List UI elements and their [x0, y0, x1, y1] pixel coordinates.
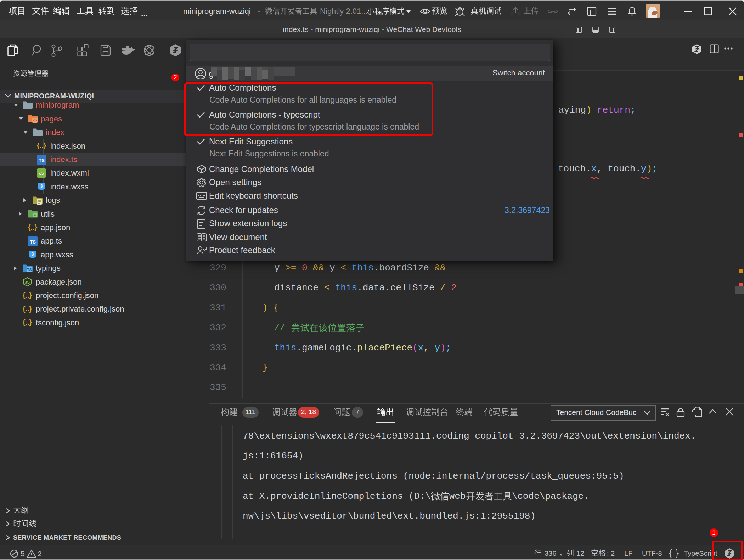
svg-text:TS: TS — [39, 158, 45, 163]
svg-text:TS: TS — [27, 268, 32, 272]
svg-text:{..}: {..} — [23, 305, 32, 313]
svg-text:JS: JS — [25, 280, 29, 284]
svg-text:3: 3 — [32, 252, 34, 257]
svg-text:<>: <> — [39, 171, 44, 176]
svg-text:<>: <> — [33, 119, 37, 122]
svg-text:3: 3 — [40, 184, 43, 189]
svg-text:TS: TS — [30, 239, 36, 245]
svg-text:{..}: {..} — [37, 142, 46, 149]
svg-text:{..}: {..} — [23, 318, 32, 326]
svg-text:{..}: {..} — [28, 223, 38, 231]
svg-text:{..}: {..} — [23, 291, 32, 299]
